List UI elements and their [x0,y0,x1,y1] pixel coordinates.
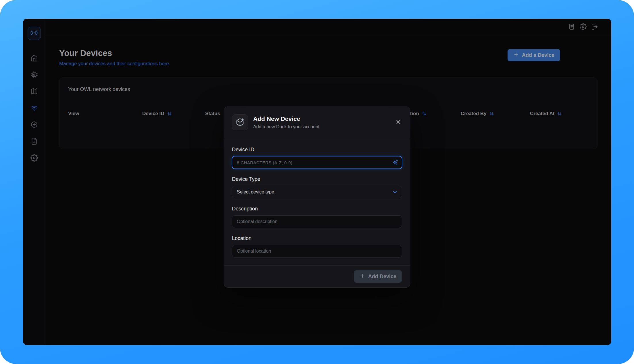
description-label: Description [232,206,402,212]
add-device-submit-label: Add Device [368,274,396,280]
device-id-label: Device ID [232,147,402,153]
location-input[interactable] [232,245,402,257]
field-device-id: Device ID [232,147,402,169]
field-location: Location [232,235,402,257]
close-button[interactable] [394,118,403,127]
modal-subtitle: Add a new Duck to your account [253,124,319,129]
chevron-down-icon [392,189,398,195]
modal-title: Add New Device [253,115,319,122]
add-device-modal: Add New Device Add a new Duck to your ac… [224,107,410,288]
location-label: Location [232,235,402,241]
modal-header: Add New Device Add a new Duck to your ac… [224,107,410,138]
close-icon [395,119,401,126]
modal-heading-group: Add New Device Add a new Duck to your ac… [253,115,319,129]
field-device-type: Device Type Select device type [232,176,402,198]
app-window: Your Devices Manage your devices and the… [23,19,611,345]
sparkles-icon[interactable] [392,159,398,166]
gradient-frame: Your Devices Manage your devices and the… [0,0,634,364]
device-id-input[interactable] [232,156,402,169]
field-description: Description [232,206,402,228]
package-plus-icon [232,114,248,130]
modal-body: Device ID Device Type S [224,138,410,265]
plus-icon [360,273,365,280]
device-type-label: Device Type [232,176,402,182]
add-device-submit-button[interactable]: Add Device [354,270,402,283]
device-type-select[interactable]: Select device type [232,186,402,198]
device-type-selected-value: Select device type [237,189,274,195]
modal-footer: Add Device [224,265,410,287]
description-input[interactable] [232,215,402,228]
